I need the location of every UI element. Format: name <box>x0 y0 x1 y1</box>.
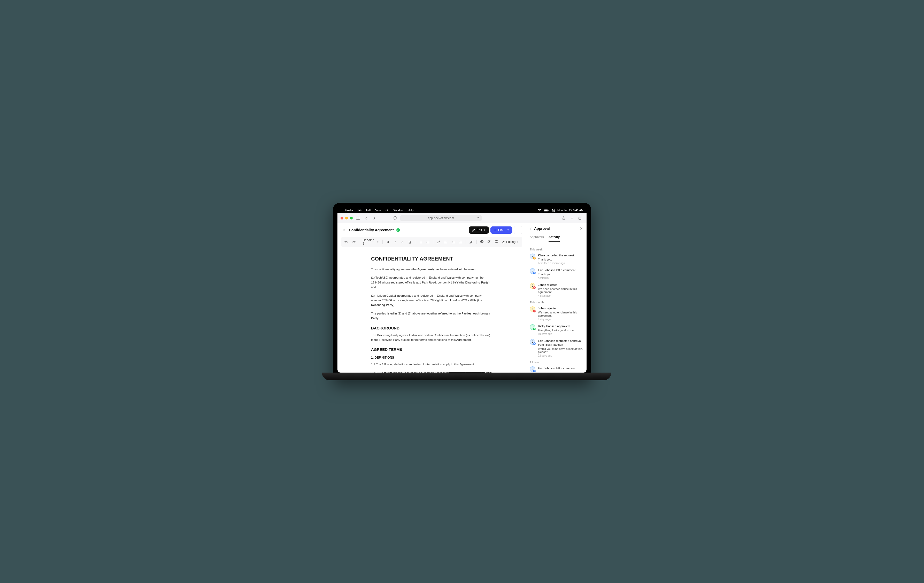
svg-point-6 <box>554 211 554 211</box>
new-tab-button[interactable] <box>569 215 575 221</box>
doc-heading-title: CONFIDENTIALITY AGREEMENT <box>371 256 492 262</box>
link-button[interactable] <box>436 239 442 245</box>
bold-button[interactable]: B <box>385 239 391 245</box>
control-center-icon[interactable] <box>552 209 555 212</box>
bullet-list-button[interactable] <box>417 239 424 245</box>
activity-time: 22 days ago <box>538 354 583 357</box>
activity-item[interactable]: E ⟳ Eric Johnson requested approval from… <box>530 339 583 357</box>
avatar: E ✎ <box>530 268 535 274</box>
sparkle-icon <box>493 229 497 232</box>
numbered-list-button[interactable]: 123 <box>425 239 431 245</box>
activity-title: Johan rejected <box>538 306 583 310</box>
doc-paragraph: This confidentiality agreement (the Agre… <box>371 267 492 272</box>
activity-comment: We need another clause in this agreement… <box>538 311 583 317</box>
activity-comment: Thank you. <box>538 273 583 276</box>
plai-button[interactable]: Plai ▼ <box>490 226 512 234</box>
strikethrough-button[interactable]: S <box>399 239 406 245</box>
more-menu-button[interactable] <box>514 226 522 234</box>
menubar-view[interactable]: View <box>375 209 381 212</box>
avatar: E ⟳ <box>530 339 535 345</box>
approval-panel: Approval ✕ Approvers Activity This week … <box>526 223 587 372</box>
battery-icon[interactable] <box>544 209 549 211</box>
italic-button[interactable]: I <box>392 239 398 245</box>
activity-title: Klara cancelled the request. <box>538 254 583 257</box>
activity-title: Eric Johnson left a comment. <box>538 268 583 272</box>
panel-back-button[interactable] <box>530 227 531 230</box>
indent-decrease-button[interactable] <box>450 239 456 245</box>
pencil-icon <box>502 240 505 244</box>
document-body[interactable]: CONFIDENTIALITY AGREEMENT This confident… <box>337 250 526 372</box>
tab-activity[interactable]: Activity <box>549 234 560 242</box>
activity-feed[interactable]: This week K ⊘ Klara cancelled the reques… <box>526 242 587 372</box>
activity-item[interactable]: K ⊘ Klara cancelled the request. Thank y… <box>530 254 583 265</box>
activity-title: Eric Johnson left a comment. <box>538 366 583 370</box>
section-label: This week <box>530 248 583 251</box>
activity-status-icon: ✕ <box>533 286 536 289</box>
sidebar-toggle-button[interactable] <box>355 215 361 221</box>
redo-button[interactable] <box>350 239 356 245</box>
activity-time: 8 days ago <box>538 318 583 321</box>
panel-close-button[interactable]: ✕ <box>580 226 583 231</box>
tabs-overview-button[interactable] <box>577 215 583 221</box>
browser-toolbar: app.pocketlaw.com <box>337 213 587 223</box>
activity-status-icon: ✓ <box>533 328 536 331</box>
svg-point-17 <box>419 243 419 243</box>
indent-increase-button[interactable] <box>457 239 464 245</box>
browser-forward-button[interactable] <box>371 215 378 221</box>
doc-heading-agreed-terms: AGREED TERMS <box>371 347 492 352</box>
svg-rect-1 <box>544 210 548 211</box>
menubar-file[interactable]: File <box>358 209 362 212</box>
window-zoom-button[interactable] <box>350 217 353 219</box>
section-label: This month <box>530 301 583 304</box>
menubar-edit[interactable]: Edit <box>366 209 371 212</box>
refresh-icon[interactable] <box>477 217 480 220</box>
shield-icon[interactable] <box>392 215 398 221</box>
chevron-down-icon: ▼ <box>483 229 486 231</box>
activity-item[interactable]: J ✕ Johan rejected We need another claus… <box>530 283 583 297</box>
avatar: J ✕ <box>530 283 535 289</box>
activity-title: Johan rejected <box>538 283 583 287</box>
menubar-window[interactable]: Window <box>394 209 404 212</box>
svg-point-5 <box>552 209 553 210</box>
activity-title: Ricky Hansen approved <box>538 324 583 328</box>
menubar-clock[interactable]: Mon Jun 22 9:41 AM <box>557 209 583 212</box>
activity-status-icon: ⊘ <box>533 257 536 260</box>
activity-item[interactable]: J ✕ Johan rejected We need another claus… <box>530 306 583 321</box>
share-button[interactable] <box>561 215 567 221</box>
activity-comment: We need another clause in this agreement… <box>538 287 583 293</box>
plai-button-label: Plai <box>498 228 503 232</box>
editing-mode-dropdown[interactable]: Editing ▼ <box>501 240 520 244</box>
section-label: All time <box>530 361 583 364</box>
activity-item[interactable]: E ✎ Eric Johnson left a comment. <box>530 366 583 372</box>
wifi-icon[interactable] <box>538 209 541 211</box>
address-bar[interactable]: app.pocketlaw.com <box>400 215 482 221</box>
activity-item[interactable]: R ✓ Ricky Hansen approved Everything loo… <box>530 324 583 335</box>
window-close-button[interactable] <box>341 217 343 219</box>
comment-button[interactable] <box>493 239 500 245</box>
svg-text:3: 3 <box>426 242 427 243</box>
window-minimize-button[interactable] <box>345 217 348 219</box>
highlight-button[interactable] <box>468 239 474 245</box>
activity-comment: Thank you. <box>538 258 583 261</box>
tab-approvers[interactable]: Approvers <box>530 234 544 242</box>
chevron-down-icon: ▼ <box>507 229 509 231</box>
avatar: J ✕ <box>530 306 535 312</box>
edit-button[interactable]: Edit ▼ <box>469 226 489 234</box>
svg-rect-9 <box>579 217 581 219</box>
address-bar-text: app.pocketlaw.com <box>427 216 454 220</box>
svg-point-13 <box>419 240 419 241</box>
activity-item[interactable]: E ✎ Eric Johnson left a comment. Thank y… <box>530 268 583 279</box>
menubar-help[interactable]: Help <box>408 209 414 212</box>
svg-rect-39 <box>495 240 498 243</box>
menubar-go[interactable]: Go <box>386 209 389 212</box>
align-left-button[interactable] <box>442 239 449 245</box>
undo-button[interactable] <box>343 239 349 245</box>
window-controls <box>341 217 353 219</box>
heading-dropdown[interactable]: Heading 1▼ <box>361 238 380 245</box>
add-comment-button[interactable] <box>478 239 485 245</box>
close-document-button[interactable]: ✕ <box>341 227 346 233</box>
browser-back-button[interactable] <box>363 215 369 221</box>
flag-button[interactable] <box>486 239 492 245</box>
underline-button[interactable]: U <box>407 239 413 245</box>
menubar-app[interactable]: Finder <box>345 209 353 212</box>
